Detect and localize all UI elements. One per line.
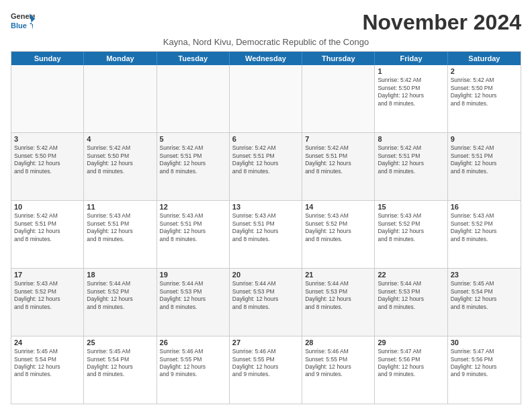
day-info: Sunrise: 5:43 AM Sunset: 5:51 PM Dayligh… <box>232 212 299 243</box>
calendar-row: 1Sunrise: 5:42 AM Sunset: 5:50 PM Daylig… <box>11 65 521 132</box>
day-cell: 8Sunrise: 5:42 AM Sunset: 5:51 PM Daylig… <box>375 133 447 200</box>
day-number: 13 <box>232 203 299 211</box>
day-cell: 18Sunrise: 5:44 AM Sunset: 5:52 PM Dayli… <box>84 269 157 336</box>
day-info: Sunrise: 5:44 AM Sunset: 5:53 PM Dayligh… <box>232 280 299 311</box>
day-cell: 15Sunrise: 5:43 AM Sunset: 5:52 PM Dayli… <box>375 201 447 268</box>
day-number: 7 <box>305 135 371 143</box>
day-info: Sunrise: 5:44 AM Sunset: 5:53 PM Dayligh… <box>305 280 371 311</box>
day-number: 29 <box>378 338 444 347</box>
day-info: Sunrise: 5:47 AM Sunset: 5:56 PM Dayligh… <box>378 348 444 379</box>
day-number: 30 <box>451 338 518 347</box>
day-number: 11 <box>87 203 153 211</box>
day-info: Sunrise: 5:42 AM Sunset: 5:51 PM Dayligh… <box>451 144 518 175</box>
svg-text:Blue: Blue <box>11 21 27 30</box>
day-number: 18 <box>87 271 153 279</box>
day-info: Sunrise: 5:42 AM Sunset: 5:51 PM Dayligh… <box>378 144 444 175</box>
day-cell: 29Sunrise: 5:47 AM Sunset: 5:56 PM Dayli… <box>375 336 447 404</box>
calendar-row: 10Sunrise: 5:42 AM Sunset: 5:51 PM Dayli… <box>11 200 521 268</box>
day-number: 15 <box>378 203 444 211</box>
day-cell: 30Sunrise: 5:47 AM Sunset: 5:56 PM Dayli… <box>448 336 521 404</box>
day-number: 28 <box>305 338 371 347</box>
day-number: 9 <box>451 135 518 143</box>
day-info: Sunrise: 5:42 AM Sunset: 5:50 PM Dayligh… <box>378 77 444 107</box>
day-info: Sunrise: 5:44 AM Sunset: 5:52 PM Dayligh… <box>87 280 153 311</box>
calendar-body: 1Sunrise: 5:42 AM Sunset: 5:50 PM Daylig… <box>11 65 521 404</box>
day-number: 6 <box>232 135 299 143</box>
day-cell: 11Sunrise: 5:43 AM Sunset: 5:51 PM Dayli… <box>84 201 157 268</box>
day-number: 25 <box>87 338 153 347</box>
day-cell: 16Sunrise: 5:43 AM Sunset: 5:52 PM Dayli… <box>448 201 521 268</box>
day-cell: 5Sunrise: 5:42 AM Sunset: 5:51 PM Daylig… <box>157 133 230 200</box>
day-info: Sunrise: 5:46 AM Sunset: 5:55 PM Dayligh… <box>232 348 299 379</box>
day-cell: 22Sunrise: 5:44 AM Sunset: 5:53 PM Dayli… <box>375 269 447 336</box>
day-cell: 28Sunrise: 5:46 AM Sunset: 5:55 PM Dayli… <box>302 336 375 404</box>
day-cell: 27Sunrise: 5:46 AM Sunset: 5:55 PM Dayli… <box>230 336 302 404</box>
day-cell: 4Sunrise: 5:42 AM Sunset: 5:50 PM Daylig… <box>84 133 157 200</box>
day-number: 21 <box>305 271 371 279</box>
day-cell: 6Sunrise: 5:42 AM Sunset: 5:51 PM Daylig… <box>230 133 302 200</box>
day-number: 23 <box>451 271 518 279</box>
day-cell: 20Sunrise: 5:44 AM Sunset: 5:53 PM Dayli… <box>230 269 302 336</box>
day-info: Sunrise: 5:43 AM Sunset: 5:52 PM Dayligh… <box>305 212 371 243</box>
day-info: Sunrise: 5:44 AM Sunset: 5:53 PM Dayligh… <box>160 280 226 311</box>
month-title: November 2024 <box>362 11 521 34</box>
day-number: 3 <box>14 135 81 143</box>
subtitle: Kayna, Nord Kivu, Democratic Republic of… <box>11 37 521 47</box>
empty-cell <box>157 65 230 132</box>
empty-cell <box>302 65 375 132</box>
weekday-header: Tuesday <box>157 52 230 65</box>
day-number: 26 <box>160 338 226 347</box>
day-info: Sunrise: 5:43 AM Sunset: 5:51 PM Dayligh… <box>87 212 153 243</box>
day-number: 10 <box>14 203 81 211</box>
day-info: Sunrise: 5:43 AM Sunset: 5:51 PM Dayligh… <box>160 212 226 243</box>
day-number: 12 <box>160 203 226 211</box>
day-cell: 26Sunrise: 5:46 AM Sunset: 5:55 PM Dayli… <box>157 336 230 404</box>
day-info: Sunrise: 5:42 AM Sunset: 5:51 PM Dayligh… <box>232 144 299 175</box>
day-info: Sunrise: 5:42 AM Sunset: 5:51 PM Dayligh… <box>14 212 81 243</box>
day-cell: 7Sunrise: 5:42 AM Sunset: 5:51 PM Daylig… <box>302 133 375 200</box>
day-info: Sunrise: 5:43 AM Sunset: 5:52 PM Dayligh… <box>14 280 81 311</box>
day-cell: 23Sunrise: 5:45 AM Sunset: 5:54 PM Dayli… <box>448 269 521 336</box>
day-info: Sunrise: 5:46 AM Sunset: 5:55 PM Dayligh… <box>305 348 371 379</box>
day-number: 22 <box>378 271 444 279</box>
day-number: 4 <box>87 135 153 143</box>
day-number: 27 <box>232 338 299 347</box>
day-cell: 21Sunrise: 5:44 AM Sunset: 5:53 PM Dayli… <box>302 269 375 336</box>
day-cell: 17Sunrise: 5:43 AM Sunset: 5:52 PM Dayli… <box>11 269 84 336</box>
day-number: 5 <box>160 135 226 143</box>
day-cell: 12Sunrise: 5:43 AM Sunset: 5:51 PM Dayli… <box>157 201 230 268</box>
day-info: Sunrise: 5:42 AM Sunset: 5:51 PM Dayligh… <box>160 144 226 175</box>
weekday-header: Sunday <box>11 52 84 65</box>
day-info: Sunrise: 5:42 AM Sunset: 5:50 PM Dayligh… <box>87 144 153 175</box>
weekday-header: Wednesday <box>230 52 302 65</box>
day-number: 20 <box>232 271 299 279</box>
calendar-row: 3Sunrise: 5:42 AM Sunset: 5:50 PM Daylig… <box>11 132 521 200</box>
calendar-row: 17Sunrise: 5:43 AM Sunset: 5:52 PM Dayli… <box>11 268 521 336</box>
calendar-header: SundayMondayTuesdayWednesdayThursdayFrid… <box>11 52 521 65</box>
logo-svg: General Blue <box>11 11 35 31</box>
header: General Blue November 2024 <box>11 11 521 34</box>
day-number: 8 <box>378 135 444 143</box>
day-cell: 24Sunrise: 5:45 AM Sunset: 5:54 PM Dayli… <box>11 336 84 404</box>
day-info: Sunrise: 5:43 AM Sunset: 5:52 PM Dayligh… <box>451 212 518 243</box>
day-number: 19 <box>160 271 226 279</box>
day-cell: 13Sunrise: 5:43 AM Sunset: 5:51 PM Dayli… <box>230 201 302 268</box>
day-info: Sunrise: 5:42 AM Sunset: 5:51 PM Dayligh… <box>305 144 371 175</box>
day-info: Sunrise: 5:47 AM Sunset: 5:56 PM Dayligh… <box>451 348 518 379</box>
calendar-row: 24Sunrise: 5:45 AM Sunset: 5:54 PM Dayli… <box>11 336 521 404</box>
calendar: SundayMondayTuesdayWednesdayThursdayFrid… <box>11 51 521 404</box>
day-info: Sunrise: 5:46 AM Sunset: 5:55 PM Dayligh… <box>160 348 226 379</box>
day-number: 17 <box>14 271 81 279</box>
empty-cell <box>11 65 84 132</box>
day-info: Sunrise: 5:44 AM Sunset: 5:53 PM Dayligh… <box>378 280 444 311</box>
day-cell: 9Sunrise: 5:42 AM Sunset: 5:51 PM Daylig… <box>448 133 521 200</box>
day-number: 14 <box>305 203 371 211</box>
weekday-header: Monday <box>84 52 157 65</box>
weekday-header: Saturday <box>448 52 521 65</box>
day-info: Sunrise: 5:43 AM Sunset: 5:52 PM Dayligh… <box>378 212 444 243</box>
day-info: Sunrise: 5:42 AM Sunset: 5:50 PM Dayligh… <box>451 77 518 107</box>
day-info: Sunrise: 5:45 AM Sunset: 5:54 PM Dayligh… <box>14 348 81 379</box>
day-info: Sunrise: 5:45 AM Sunset: 5:54 PM Dayligh… <box>87 348 153 379</box>
day-cell: 10Sunrise: 5:42 AM Sunset: 5:51 PM Dayli… <box>11 201 84 268</box>
day-cell: 19Sunrise: 5:44 AM Sunset: 5:53 PM Dayli… <box>157 269 230 336</box>
